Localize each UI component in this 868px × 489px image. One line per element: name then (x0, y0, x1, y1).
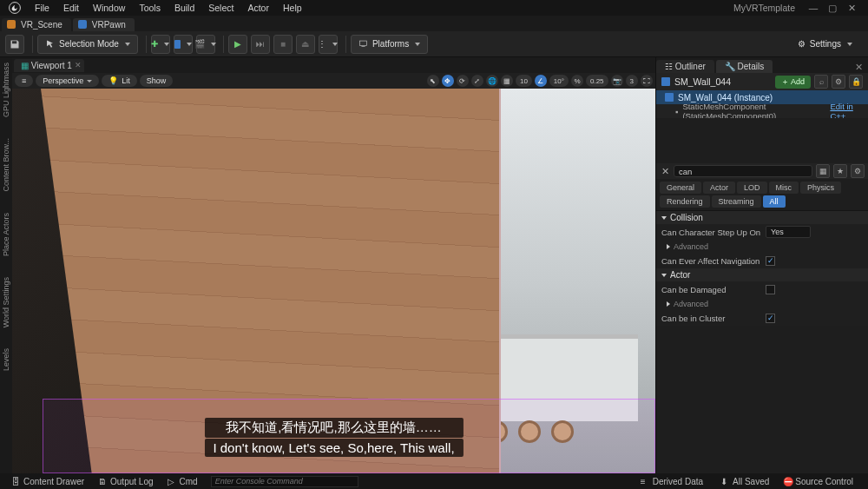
sidetab-world-settings[interactable]: World Settings (2, 277, 10, 327)
menu-tools[interactable]: Tools (132, 3, 168, 13)
chip-lod[interactable]: LOD (737, 182, 767, 194)
lit-dropdown[interactable]: 💡Lit (102, 75, 137, 87)
cmd-dropdown[interactable]: ▷Cmd (161, 475, 207, 487)
platforms-icon (358, 39, 368, 49)
chip-actor[interactable]: Actor (703, 182, 735, 194)
viewport-3d[interactable]: 我不知道,看情况吧,那么这里的墙…… I don't know, Let's s… (12, 89, 655, 473)
menu-window[interactable]: Window (86, 3, 132, 13)
settings-button[interactable]: ⚙ Settings (791, 35, 859, 54)
sidetab-content-browser[interactable]: Content Brow... (2, 138, 10, 192)
stop-button[interactable]: ■ (273, 35, 293, 54)
favorite-icon[interactable]: ★ (833, 164, 847, 178)
details-search-input[interactable] (674, 165, 812, 177)
play-options[interactable]: ⋮ (319, 35, 338, 54)
menu-file[interactable]: File (28, 3, 56, 13)
platforms-button[interactable]: Platforms (351, 35, 428, 54)
scale-snap-toggle[interactable]: % (571, 75, 583, 87)
menu-select[interactable]: Select (201, 3, 240, 13)
advanced-toggle[interactable]: Advanced (656, 297, 868, 310)
menu-build[interactable]: Build (168, 3, 201, 13)
tab-vr-scene[interactable]: VR_Scene (2, 18, 71, 31)
category-actor[interactable]: Actor (656, 268, 868, 281)
angle-snap-toggle[interactable]: ∠ (535, 75, 547, 87)
platforms-label: Platforms (372, 39, 409, 49)
chip-all[interactable]: All (763, 195, 786, 208)
viewport-tab[interactable]: ▦ Viewport 1 ✕ (14, 59, 84, 72)
sidetab-gpu-lightmass[interactable]: GPU Lightmass (2, 63, 10, 117)
cluster-checkbox[interactable] (766, 314, 775, 323)
tab-outliner[interactable]: ☷ Outliner (656, 60, 714, 73)
component-options-button[interactable]: ⚙ (832, 75, 845, 89)
viewport-icon: ▦ (21, 61, 29, 70)
rotate-tool[interactable]: ⟳ (457, 75, 469, 87)
coord-toggle[interactable]: 🌐 (486, 75, 498, 87)
unreal-logo-icon (7, 0, 23, 16)
chip-misc[interactable]: Misc (769, 182, 799, 194)
blueprint-dropdown[interactable] (174, 35, 193, 54)
window-minimize-icon[interactable]: — (804, 3, 823, 13)
chip-rendering[interactable]: Rendering (660, 195, 710, 208)
window-close-icon[interactable]: ✕ (842, 3, 861, 13)
save-button[interactable] (5, 35, 24, 54)
sidetab-place-actors[interactable]: Place Actors (2, 213, 10, 256)
right-panel: ☷ Outliner 🔧 Details ✕ SM_Wall_044 ＋ Add… (655, 57, 868, 473)
content-drawer-button[interactable]: 🗄Content Drawer (5, 475, 90, 487)
angle-snap[interactable]: 10° (549, 75, 569, 87)
browse-to-asset-button[interactable]: ⌕ (814, 75, 828, 89)
add-component-button[interactable]: ＋ Add (775, 76, 811, 89)
close-icon[interactable]: ✕ (850, 62, 868, 73)
select-tool[interactable]: ⬉ (427, 75, 439, 87)
console-input[interactable] (211, 476, 358, 487)
menu-help[interactable]: Help (276, 3, 309, 13)
menu-actor[interactable]: Actor (240, 3, 276, 13)
actor-icon (661, 77, 670, 86)
maximize-viewport[interactable]: ⛶ (641, 75, 653, 87)
category-collision[interactable]: Collision (656, 211, 868, 224)
perspective-dropdown[interactable]: Perspective (36, 75, 99, 87)
prop-step-up: Can Character Step Up On Yes (656, 224, 868, 240)
advanced-toggle[interactable]: Advanced (656, 240, 868, 253)
subtitle-line: 我不知道,看情况吧,那么这里的墙…… (204, 418, 463, 438)
camera-speed-icon[interactable]: 📷 (611, 75, 623, 87)
chip-general[interactable]: General (660, 182, 701, 194)
scale-tool[interactable]: ⤢ (471, 75, 483, 87)
source-control-button[interactable]: ⛔Source Control (777, 475, 863, 487)
cursor-icon (45, 39, 55, 49)
surface-snap[interactable]: ▦ (501, 75, 513, 87)
affect-nav-checkbox[interactable] (766, 256, 775, 266)
grid-snap[interactable]: 10 (516, 75, 532, 87)
lock-button[interactable]: 🔒 (849, 75, 863, 89)
chip-streaming[interactable]: Streaming (712, 195, 761, 208)
play-button[interactable]: ▶ (228, 35, 247, 54)
translate-tool[interactable]: ✥ (442, 75, 454, 87)
selection-mode-button[interactable]: Selection Mode (37, 35, 138, 54)
clear-search-button[interactable]: ✕ (660, 166, 670, 177)
prop-can-be-damaged: Can be Damaged (656, 281, 868, 297)
derived-data-button[interactable]: ≡Derived Data (635, 475, 713, 487)
scale-snap[interactable]: 0.25 (586, 75, 608, 87)
left-dock-tabs: GPU Lightmass Content Brow... Place Acto… (0, 57, 12, 473)
sidetab-levels[interactable]: Levels (2, 348, 10, 371)
window-restore-icon[interactable]: ▢ (823, 3, 842, 13)
menu-edit[interactable]: Edit (56, 3, 86, 13)
skip-button[interactable]: ⏭ (251, 35, 270, 54)
damaged-checkbox[interactable] (766, 285, 775, 294)
search-view-icon[interactable]: ▦ (816, 164, 830, 178)
chip-physics[interactable]: Physics (800, 182, 841, 194)
eject-button[interactable]: ⏏ (296, 35, 315, 54)
output-log-button[interactable]: 🗎Output Log (92, 475, 159, 487)
all-saved-indicator[interactable]: ⬇All Saved (714, 475, 775, 487)
add-content-button[interactable]: ✚ (151, 35, 170, 54)
tab-vrpawn[interactable]: VRPawn (73, 18, 135, 31)
viewport-options[interactable]: ≡ (15, 75, 33, 87)
cinematics-dropdown[interactable]: 🎬 (196, 35, 215, 54)
tab-details[interactable]: 🔧 Details (716, 60, 773, 73)
saved-icon: ⬇ (720, 477, 729, 486)
close-icon[interactable]: ✕ (75, 61, 82, 69)
search-settings-icon[interactable]: ⚙ (851, 164, 865, 178)
svg-rect-1 (359, 41, 366, 46)
show-dropdown[interactable]: Show (140, 75, 174, 87)
camera-speed[interactable]: 3 (626, 75, 638, 87)
step-up-dropdown[interactable]: Yes (766, 226, 811, 238)
component-tree-item[interactable]: ▪ StaticMeshComponent (StaticMeshCompone… (656, 104, 868, 118)
